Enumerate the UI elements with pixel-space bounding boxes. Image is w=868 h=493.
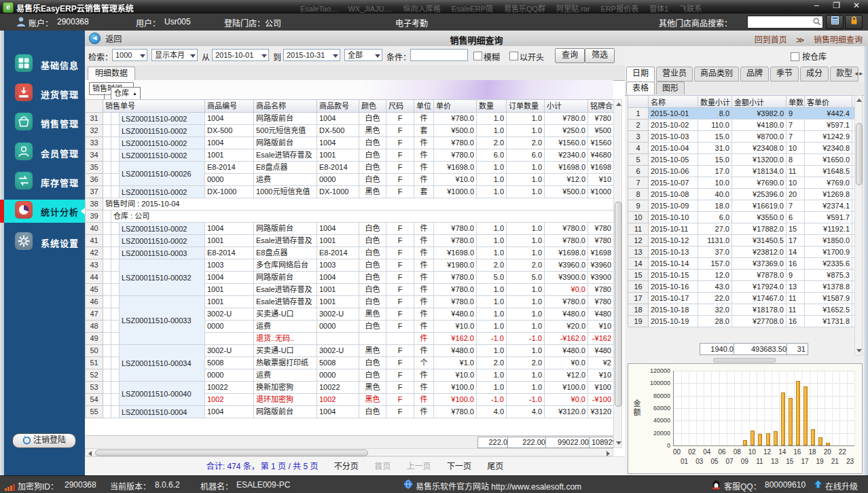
- grid-cell[interactable]: F: [386, 308, 414, 321]
- grid-header-10[interactable]: 订单数量: [507, 100, 545, 113]
- sidebar-item-5[interactable]: 库存管理: [4, 170, 85, 196]
- summary-header-5[interactable]: 客单价: [805, 96, 852, 108]
- grid-cell[interactable]: 0000: [205, 369, 254, 382]
- summary-cell[interactable]: ¥8700.0: [732, 131, 786, 143]
- summary-cell[interactable]: 9: [786, 108, 805, 120]
- grid-cell[interactable]: ¥0.0: [545, 284, 588, 296]
- summary-cell[interactable]: 2015-10-05: [649, 154, 698, 166]
- grid-cell[interactable]: 件: [414, 406, 434, 418]
- grid-cell[interactable]: 1001: [205, 296, 254, 308]
- grid-cell[interactable]: ¥1698.0: [434, 247, 477, 259]
- grid-cell[interactable]: 4.0: [507, 406, 545, 418]
- grid-cell[interactable]: ¥1698.0: [545, 162, 588, 174]
- summary-tab-6[interactable]: 成分: [800, 67, 829, 81]
- summary-cell[interactable]: ¥18134.0: [732, 166, 786, 177]
- grid-cell[interactable]: 1.0: [507, 186, 545, 198]
- sale-number-cell[interactable]: LSZ00011510-00033: [120, 296, 205, 345]
- table-row[interactable]: 41LSZ00011510-00021001Esale进销存普及1001白色F件…: [86, 235, 614, 247]
- summary-row[interactable]: 82015-10-0840.0¥25396.020¥1269.8: [628, 189, 855, 200]
- grid-cell[interactable]: F: [386, 174, 414, 186]
- grid-cell[interactable]: Esale进销存普及: [254, 296, 317, 308]
- summary-cell[interactable]: 14: [786, 246, 805, 258]
- grid-cell[interactable]: 3002-U: [205, 345, 254, 357]
- grid-cell[interactable]: F: [386, 113, 414, 125]
- sale-number-cell[interactable]: LSZ00011510-00040: [120, 382, 205, 406]
- grid-cell[interactable]: ¥2340.0: [545, 149, 588, 162]
- summary-cell[interactable]: 2015-10-08: [649, 189, 698, 200]
- grid-header-6[interactable]: 尺码: [386, 100, 414, 113]
- summary-row[interactable]: 172015-10-1722.0¥17467.011¥1587.9: [628, 293, 855, 304]
- grid-cell[interactable]: 5008: [317, 357, 359, 369]
- summary-cell[interactable]: 7: [786, 120, 805, 131]
- grid-cell[interactable]: 退货..无码..: [254, 333, 317, 345]
- summary-cell[interactable]: 11: [786, 293, 805, 304]
- scroll-thumb[interactable]: [615, 202, 622, 407]
- grid-header-8[interactable]: 单价: [434, 100, 477, 113]
- summary-cell[interactable]: 157.0: [698, 258, 732, 270]
- grid-cell[interactable]: ¥4680: [588, 149, 614, 162]
- table-row[interactable]: 34LSZ00011510-00021001Esale进销存普及1001白色F件…: [86, 149, 614, 162]
- summary-cell[interactable]: 17.0: [698, 166, 732, 177]
- grid-cell[interactable]: F: [386, 186, 414, 198]
- sale-number-cell[interactable]: LSZ00011510-0004: [120, 406, 205, 418]
- summary-cell[interactable]: 40.0: [698, 189, 732, 200]
- grid-cell[interactable]: 2.0: [477, 259, 507, 272]
- summary-cell[interactable]: ¥2374.1: [805, 200, 852, 212]
- by-warehouse-checkbox[interactable]: [791, 52, 799, 61]
- grid-cell[interactable]: 1.0: [477, 113, 507, 125]
- grid-cell[interactable]: -1.0: [477, 394, 507, 406]
- summary-cell[interactable]: 16: [786, 258, 805, 270]
- grid-cell[interactable]: F: [386, 394, 414, 406]
- summary-cell[interactable]: ¥17924.0: [732, 281, 786, 293]
- summary-cell[interactable]: 43.0: [698, 281, 732, 293]
- grid-cell[interactable]: ¥3120.0: [545, 406, 588, 418]
- grid-cell[interactable]: 件: [414, 284, 434, 296]
- grid-cell[interactable]: 黑色: [359, 345, 386, 357]
- summary-cell[interactable]: ¥3550.0: [732, 212, 786, 223]
- grid-cell[interactable]: F: [386, 162, 414, 174]
- grid-cell[interactable]: 买卖通-U口: [254, 308, 317, 321]
- grid-cell[interactable]: 黑色: [359, 382, 386, 394]
- grid-cell[interactable]: 3002-U: [317, 308, 359, 321]
- table-row[interactable]: 35LSZ00011510-00026E8-2014E8盘点器E8-2014白色…: [86, 162, 614, 174]
- summary-cell[interactable]: 7: [786, 131, 805, 143]
- scroll-left-icon[interactable]: [88, 451, 92, 456]
- to-date-select[interactable]: 2015-10-31: [283, 49, 340, 61]
- summary-cell[interactable]: ¥25396.0: [732, 189, 786, 200]
- grid-cell[interactable]: ¥780.0: [434, 149, 477, 162]
- summary-cell[interactable]: 15.0: [698, 131, 732, 143]
- grid-cell[interactable]: 件: [414, 247, 434, 259]
- grid-cell[interactable]: 运费: [254, 369, 317, 382]
- grid-cell[interactable]: 1001: [317, 296, 359, 308]
- grid-cell[interactable]: ¥1000.0: [434, 186, 477, 198]
- summary-cell[interactable]: 12.0: [698, 270, 732, 281]
- grid-cell[interactable]: ¥780.0: [434, 272, 477, 284]
- grid-cell[interactable]: 白色: [359, 137, 386, 149]
- grid-cell[interactable]: 1.0: [507, 125, 545, 137]
- summary-cell[interactable]: ¥13200.0: [732, 154, 786, 166]
- panel-splitter[interactable]: [713, 358, 776, 363]
- grid-cell[interactable]: -1.0: [477, 333, 507, 345]
- summary-cell[interactable]: ¥875.3: [805, 270, 852, 281]
- summary-cell[interactable]: 9: [786, 270, 805, 281]
- summary-cell[interactable]: 16: [786, 316, 805, 327]
- grid-cell[interactable]: F: [386, 296, 414, 308]
- first-page-link[interactable]: 首页: [374, 462, 391, 471]
- table-row[interactable]: 31LSZ00011510-00021004网路版前台1004白色F件¥780.…: [86, 113, 614, 125]
- grid-cell[interactable]: 运费: [254, 174, 317, 186]
- summary-cell[interactable]: 2015-10-12: [649, 235, 698, 246]
- grid-cell[interactable]: 1003: [205, 259, 254, 272]
- grid-cell[interactable]: 1001: [205, 235, 254, 247]
- grid-header-4[interactable]: 商品款号: [317, 100, 359, 113]
- grid-cell[interactable]: ¥1980.0: [434, 259, 477, 272]
- grid-cell[interactable]: 1.0: [477, 235, 507, 247]
- grid-cell[interactable]: -1.0: [507, 333, 545, 345]
- grid-cell[interactable]: ¥10.0: [434, 321, 477, 333]
- grid-cell[interactable]: 1004: [317, 406, 359, 418]
- table-row[interactable]: 46LSZ00011510-000331001Esale进销存普及1001白色F…: [86, 296, 614, 308]
- fuzzy-checkbox[interactable]: [473, 52, 482, 60]
- grid-cell[interactable]: 10022: [205, 382, 254, 394]
- grid-cell[interactable]: 1.0: [507, 284, 545, 296]
- grid-cell[interactable]: DX-500: [317, 125, 359, 137]
- tab-detail-data[interactable]: 明细数据: [88, 67, 135, 81]
